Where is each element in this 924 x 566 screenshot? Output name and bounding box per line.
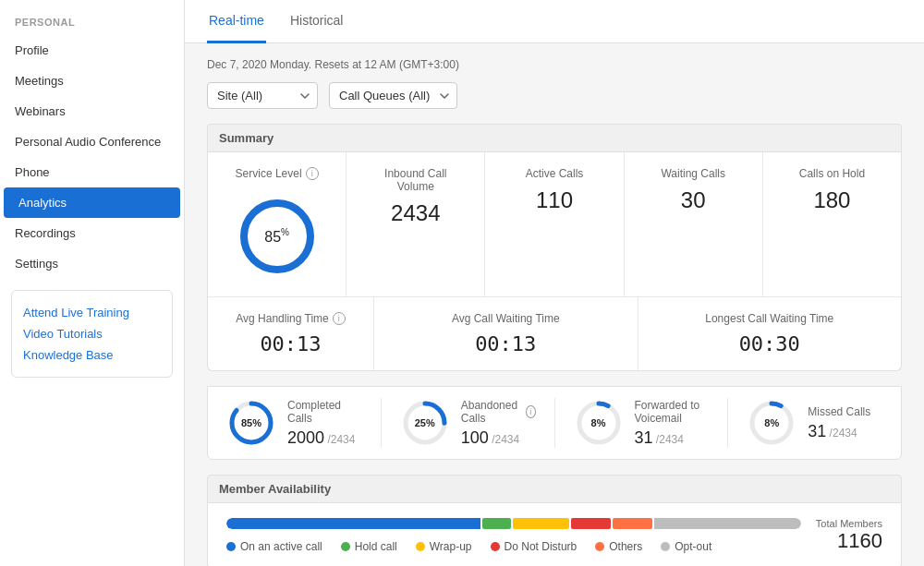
availability-bar-wrap: On an active call Hold call Wrap-up: [226, 518, 801, 553]
sidebar-item-personal-audio[interactable]: Personal Audio Conference: [0, 126, 184, 157]
sidebar-section-label: PERSONAL: [0, 0, 184, 35]
avg-call-waiting-card: Avg Call Waiting Time 00:13: [374, 297, 638, 370]
summary-section-title: Summary: [207, 124, 902, 152]
legend-active-call: On an active call: [226, 540, 322, 553]
abandoned-calls-info: Abandoned Calls i 100 /2434: [461, 399, 536, 448]
live-training-link[interactable]: Attend Live Training: [23, 302, 161, 323]
avg-call-waiting-label: Avg Call Waiting Time: [393, 312, 619, 325]
bar-active-call: [226, 518, 480, 529]
completed-calls-info: Completed Calls 2000 /2434: [287, 399, 362, 448]
legend-dot-dnd: [491, 542, 500, 551]
calls-on-hold-label: Calls on Hold: [782, 167, 882, 180]
tab-historical[interactable]: Historical: [288, 0, 346, 43]
longest-waiting-label: Longest Call Waiting Time: [657, 312, 883, 325]
completed-calls-donut: 85%: [226, 398, 276, 448]
avg-handling-time-value: 00:13: [226, 332, 355, 355]
completed-calls-label: Completed Calls: [287, 399, 362, 425]
abandoned-calls-value: 100 /2434: [461, 428, 536, 448]
sidebar-item-analytics[interactable]: Analytics: [4, 187, 180, 218]
cards-row-1: Service Level i 85% Inbound Call Volume: [208, 152, 901, 297]
service-level-card: Service Level i 85%: [208, 152, 346, 296]
abandoned-calls-item: 25% Abandoned Calls i 100 /2434: [381, 398, 536, 448]
sidebar-item-label: Webinars: [15, 104, 66, 118]
availability-bar-row: On an active call Hold call Wrap-up: [226, 518, 882, 553]
avg-call-waiting-value: 00:13: [393, 332, 619, 355]
missed-calls-item: 8% Missed Calls 31 /2434: [727, 398, 882, 448]
sidebar-item-label: Settings: [15, 257, 58, 271]
active-calls-label: Active Calls: [504, 167, 604, 180]
sidebar-item-label: Personal Audio Conference: [15, 135, 161, 149]
breakdown-cards: 85% Completed Calls 2000 /2434: [207, 386, 902, 460]
missed-calls-percent: 8%: [764, 417, 779, 428]
total-members-value: 1160: [816, 529, 882, 553]
abandoned-calls-label: Abandoned Calls i: [461, 399, 536, 425]
availability-section: On an active call Hold call Wrap-up: [207, 503, 902, 566]
total-members-label: Total Members: [816, 518, 882, 529]
legend-label-opt-out: Opt-out: [675, 540, 711, 553]
legend-others: Others: [595, 540, 642, 553]
active-calls-value: 110: [504, 187, 604, 213]
missed-calls-value: 31 /2434: [808, 422, 882, 441]
abandoned-info-icon[interactable]: i: [526, 405, 536, 418]
avg-handling-time-card: Avg Handling Time i 00:13: [208, 297, 374, 370]
availability-section-title: Member Availability: [207, 475, 902, 503]
legend-dnd: Do Not Disturb: [491, 540, 578, 553]
breakdown-row: 85% Completed Calls 2000 /2434: [208, 387, 901, 459]
legend-label-wrap: Wrap-up: [430, 540, 472, 553]
inbound-call-volume-card: Inbound Call Volume 2434: [346, 152, 485, 296]
tabs-bar: Real-time Historical: [185, 0, 924, 43]
legend-row: On an active call Hold call Wrap-up: [226, 540, 801, 553]
service-level-info-icon[interactable]: i: [306, 167, 319, 180]
avg-handling-info-icon[interactable]: i: [333, 312, 346, 325]
site-filter[interactable]: Site (All): [207, 82, 318, 109]
bar-dnd: [571, 518, 611, 529]
legend-hold-call: Hold call: [341, 540, 397, 553]
video-tutorials-link[interactable]: Video Tutorials: [23, 323, 161, 344]
knowledge-base-link[interactable]: Knowledge Base: [23, 344, 161, 366]
legend-dot-others: [595, 542, 604, 551]
date-label: Dec 7, 2020 Monday. Resets at 12 AM (GMT…: [207, 58, 902, 71]
waiting-calls-value: 30: [643, 187, 744, 213]
longest-waiting-card: Longest Call Waiting Time 00:30: [638, 297, 902, 370]
cards-row-2: Avg Handling Time i 00:13 Avg Call Waiti…: [208, 297, 901, 370]
forwarded-label: Forwarded to Voicemail: [635, 399, 710, 425]
sidebar: PERSONAL Profile Meetings Webinars Perso…: [0, 0, 185, 566]
forwarded-voicemail-item: 8% Forwarded to Voicemail 31 /2434: [554, 398, 710, 448]
bar-wrap-up: [513, 518, 569, 529]
legend-dot-hold: [341, 542, 350, 551]
legend-label-others: Others: [609, 540, 642, 553]
waiting-calls-label: Waiting Calls: [643, 167, 744, 180]
legend-label-dnd: Do Not Disturb: [505, 540, 578, 553]
sidebar-item-profile[interactable]: Profile: [0, 35, 184, 66]
legend-dot-active: [226, 542, 236, 551]
legend-opt-out: Opt-out: [661, 540, 711, 553]
legend-dot-opt-out: [661, 542, 670, 551]
completed-calls-item: 85% Completed Calls 2000 /2434: [226, 398, 362, 448]
sidebar-item-settings[interactable]: Settings: [0, 248, 184, 279]
calls-on-hold-card: Calls on Hold 180: [763, 152, 901, 296]
forwarded-donut: 8%: [574, 398, 624, 448]
legend-label-hold: Hold call: [355, 540, 397, 553]
sidebar-item-meetings[interactable]: Meetings: [0, 66, 184, 96]
service-level-donut: 85%: [236, 195, 319, 278]
waiting-calls-card: Waiting Calls 30: [625, 152, 763, 296]
bar-others: [613, 518, 652, 529]
queue-filter[interactable]: Call Queues (All): [329, 82, 457, 109]
forwarded-value: 31 /2434: [635, 428, 710, 448]
forwarded-info: Forwarded to Voicemail 31 /2434: [635, 399, 710, 448]
missed-calls-donut: 8%: [747, 398, 796, 448]
completed-calls-value: 2000 /2434: [287, 428, 362, 448]
main-content: Real-time Historical Dec 7, 2020 Monday.…: [185, 0, 924, 566]
sidebar-item-label: Profile: [15, 43, 49, 57]
legend-label-active: On an active call: [240, 540, 322, 553]
sidebar-item-recordings[interactable]: Recordings: [0, 218, 184, 248]
sidebar-item-label: Analytics: [18, 196, 67, 210]
missed-calls-info: Missed Calls 31 /2434: [808, 405, 882, 441]
service-level-value: 85%: [264, 227, 289, 245]
sidebar-item-phone[interactable]: Phone: [0, 157, 184, 187]
sidebar-item-webinars[interactable]: Webinars: [0, 96, 184, 126]
completed-calls-percent: 85%: [241, 417, 261, 428]
sidebar-item-label: Recordings: [15, 226, 76, 240]
help-box: Attend Live Training Video Tutorials Kno…: [11, 290, 173, 378]
tab-realtime[interactable]: Real-time: [207, 0, 266, 43]
